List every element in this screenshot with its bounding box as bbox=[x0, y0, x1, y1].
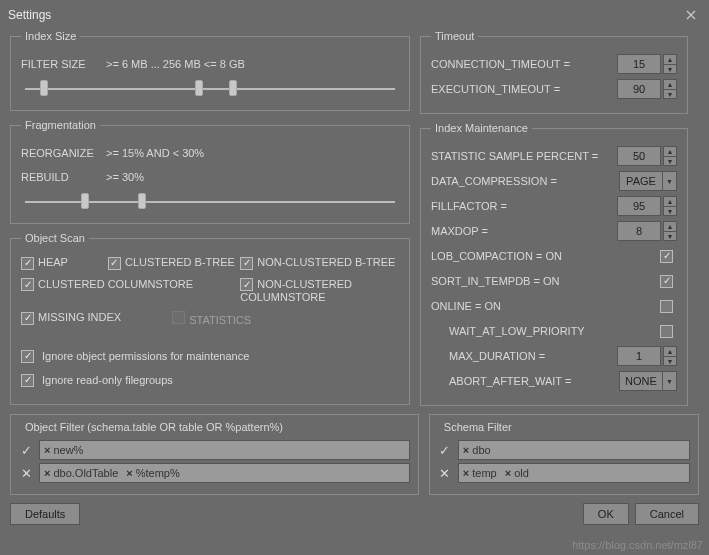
filter-tag[interactable]: old bbox=[505, 467, 529, 479]
ignore-readonly-checkbox[interactable]: Ignore read-only filegroups bbox=[21, 374, 173, 387]
clustered-columnstore-checkbox[interactable]: CLUSTERED COLUMNSTORE bbox=[21, 278, 240, 304]
execution-timeout-label: EXECUTION_TIMEOUT = bbox=[431, 83, 617, 95]
rebuild-value: >= 30% bbox=[106, 171, 144, 183]
execution-timeout-stepper[interactable]: 90 ▲▼ bbox=[617, 79, 677, 99]
reorganize-value: >= 15% AND < 30% bbox=[106, 147, 204, 159]
timeout-group: Timeout CONNECTION_TIMEOUT = 15 ▲▼ EXECU… bbox=[420, 30, 688, 114]
nonclustered-btree-checkbox[interactable]: NON-CLUSTERED B-TREE bbox=[240, 256, 399, 270]
fillfactor-stepper[interactable]: 95▲▼ bbox=[617, 196, 677, 216]
up-arrow-icon[interactable]: ▲ bbox=[663, 54, 677, 64]
fillfactor-label: FILLFACTOR = bbox=[431, 200, 617, 212]
close-icon[interactable] bbox=[681, 5, 701, 25]
up-arrow-icon[interactable]: ▲ bbox=[663, 79, 677, 89]
online-checkbox[interactable] bbox=[660, 300, 673, 313]
slider-thumb-mid[interactable] bbox=[195, 80, 203, 96]
abort-after-wait-label: ABORT_AFTER_WAIT = bbox=[431, 375, 619, 387]
object-filter-legend: Object Filter (schema.table OR table OR … bbox=[21, 421, 287, 433]
frag-thumb-1[interactable] bbox=[81, 193, 89, 209]
statistics-checkbox: STATISTICS bbox=[172, 311, 323, 326]
filter-tag[interactable]: %temp% bbox=[126, 467, 179, 479]
filter-tag[interactable]: temp bbox=[463, 467, 497, 479]
object-filter-exclude-input[interactable]: dbo.OldTable %temp% bbox=[39, 463, 410, 483]
index-size-slider[interactable] bbox=[21, 78, 399, 100]
wait-low-priority-label: WAIT_AT_LOW_PRIORITY bbox=[431, 325, 660, 337]
stat-sample-label: STATISTIC SAMPLE PERCENT = bbox=[431, 150, 617, 162]
stat-sample-stepper[interactable]: 50▲▼ bbox=[617, 146, 677, 166]
wait-low-priority-checkbox[interactable] bbox=[660, 325, 673, 338]
ignore-permissions-checkbox[interactable]: Ignore object permissions for maintenanc… bbox=[21, 350, 249, 363]
object-filter-group: Object Filter (schema.table OR table OR … bbox=[10, 414, 419, 495]
defaults-button[interactable]: Defaults bbox=[10, 503, 80, 525]
online-label: ONLINE = ON bbox=[431, 300, 660, 312]
down-arrow-icon[interactable]: ▼ bbox=[663, 89, 677, 99]
window-title: Settings bbox=[8, 8, 51, 22]
index-size-group: Index Size FILTER SIZE >= 6 MB ... 256 M… bbox=[10, 30, 410, 111]
filter-size-value: >= 6 MB ... 256 MB <= 8 GB bbox=[106, 58, 245, 70]
reorganize-label: REORGANIZE bbox=[21, 147, 106, 159]
max-duration-label: MAX_DURATION = bbox=[431, 350, 617, 362]
maxdop-label: MAXDOP = bbox=[431, 225, 617, 237]
heap-checkbox[interactable]: HEAP bbox=[21, 256, 108, 270]
index-maintenance-legend: Index Maintenance bbox=[431, 122, 532, 134]
maxdop-stepper[interactable]: 8▲▼ bbox=[617, 221, 677, 241]
object-scan-group: Object Scan HEAP CLUSTERED B-TREE NON-CL… bbox=[10, 232, 410, 405]
watermark: https://blog.csdn.net/mzl87 bbox=[572, 539, 703, 551]
ok-button[interactable]: OK bbox=[583, 503, 629, 525]
fragmentation-slider[interactable] bbox=[21, 191, 399, 213]
slider-thumb-min[interactable] bbox=[40, 80, 48, 96]
chevron-down-icon[interactable]: ▼ bbox=[663, 371, 677, 391]
index-maintenance-group: Index Maintenance STATISTIC SAMPLE PERCE… bbox=[420, 122, 688, 406]
lob-compaction-label: LOB_COMPACTION = ON bbox=[431, 250, 660, 262]
schema-filter-legend: Schema Filter bbox=[440, 421, 516, 433]
missing-index-checkbox[interactable]: MISSING INDEX bbox=[21, 311, 172, 326]
fragmentation-group: Fragmentation REORGANIZE >= 15% AND < 30… bbox=[10, 119, 410, 224]
filter-tag[interactable]: new% bbox=[44, 444, 83, 456]
index-size-legend: Index Size bbox=[21, 30, 80, 42]
sort-tempdb-checkbox[interactable] bbox=[660, 275, 673, 288]
nonclustered-columnstore-checkbox[interactable]: NON-CLUSTERED COLUMNSTORE bbox=[240, 278, 399, 304]
object-filter-include-input[interactable]: new% bbox=[39, 440, 410, 460]
check-icon: ✓ bbox=[19, 443, 33, 458]
max-duration-stepper[interactable]: 1▲▼ bbox=[617, 346, 677, 366]
rebuild-label: REBUILD bbox=[21, 171, 106, 183]
x-icon: ✕ bbox=[438, 466, 452, 481]
chevron-down-icon[interactable]: ▼ bbox=[663, 171, 677, 191]
lob-compaction-checkbox[interactable] bbox=[660, 250, 673, 263]
object-scan-legend: Object Scan bbox=[21, 232, 89, 244]
abort-after-wait-combo[interactable]: NONE▼ bbox=[619, 371, 677, 391]
slider-thumb-max[interactable] bbox=[229, 80, 237, 96]
filter-size-label: FILTER SIZE bbox=[21, 58, 106, 70]
frag-thumb-2[interactable] bbox=[138, 193, 146, 209]
connection-timeout-stepper[interactable]: 15 ▲▼ bbox=[617, 54, 677, 74]
filter-tag[interactable]: dbo bbox=[463, 444, 491, 456]
schema-filter-group: Schema Filter ✓ dbo ✕ temp old bbox=[429, 414, 699, 495]
schema-filter-exclude-input[interactable]: temp old bbox=[458, 463, 690, 483]
data-compression-combo[interactable]: PAGE▼ bbox=[619, 171, 677, 191]
fragmentation-legend: Fragmentation bbox=[21, 119, 100, 131]
connection-timeout-label: CONNECTION_TIMEOUT = bbox=[431, 58, 617, 70]
timeout-legend: Timeout bbox=[431, 30, 478, 42]
schema-filter-include-input[interactable]: dbo bbox=[458, 440, 690, 460]
down-arrow-icon[interactable]: ▼ bbox=[663, 64, 677, 74]
x-icon: ✕ bbox=[19, 466, 33, 481]
clustered-btree-checkbox[interactable]: CLUSTERED B-TREE bbox=[108, 256, 240, 270]
data-compression-label: DATA_COMPRESSION = bbox=[431, 175, 619, 187]
sort-tempdb-label: SORT_IN_TEMPDB = ON bbox=[431, 275, 660, 287]
check-icon: ✓ bbox=[438, 443, 452, 458]
filter-tag[interactable]: dbo.OldTable bbox=[44, 467, 118, 479]
cancel-button[interactable]: Cancel bbox=[635, 503, 699, 525]
